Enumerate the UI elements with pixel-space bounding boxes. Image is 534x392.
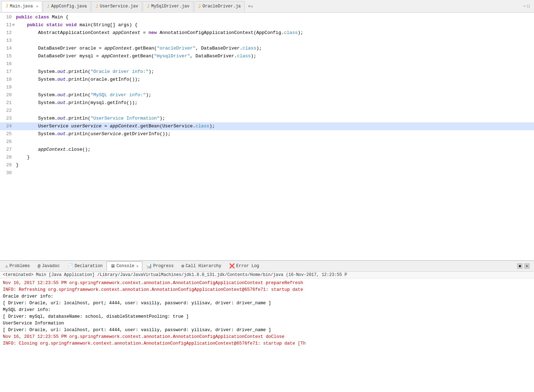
tab-label: Main.java: [10, 4, 33, 9]
console-line-2: INFO: Refreshing org.springframework.con…: [3, 287, 531, 293]
console-line-6: [ Driver: mySql, databaseName: school, d…: [3, 313, 531, 320]
code-line-22: 22: [0, 107, 534, 115]
java-file-icon: J: [147, 4, 149, 9]
tab-call-hierarchy[interactable]: ⚙ Call Hierarchy: [177, 261, 225, 271]
tab-overflow[interactable]: »₆: [245, 2, 256, 10]
code-line-23: 23 System.out.println("UserService Infor…: [0, 115, 534, 122]
progress-label: Progress: [153, 264, 174, 269]
tab-label: OracleDriver.ja: [203, 4, 241, 9]
tab-appconfig-java[interactable]: J AppConfig.java: [43, 1, 91, 12]
progress-icon: 📊: [146, 263, 152, 269]
code-line-14: 14 DataBaseDriver oracle = appContext.ge…: [0, 45, 534, 52]
code-area[interactable]: 10 public class Main { 11⊖ public static…: [0, 13, 534, 260]
console-line-10: INFO: Closing org.springframework.contex…: [3, 340, 531, 347]
javadoc-icon: @: [38, 264, 40, 269]
tab-label: MySqlDriver.jav: [151, 4, 189, 9]
minimize-btn[interactable]: −: [523, 4, 526, 9]
java-file-icon: J: [5, 4, 8, 9]
code-line-27: 27 appContext.close();: [0, 146, 534, 154]
error-log-icon: ❌: [229, 263, 235, 269]
window-controls: − □: [523, 4, 533, 9]
java-file-icon: J: [47, 4, 50, 9]
bottom-panel-controls: ■ ✕: [517, 263, 533, 269]
code-line-28: 28 }: [0, 154, 534, 161]
console-line-3: Oracle driver info:: [3, 293, 531, 300]
console-line-1: Nov 16, 2017 12:23:55 PM org.springframe…: [3, 280, 531, 287]
code-line-26: 26: [0, 138, 534, 146]
tab-mysqldriver-jav[interactable]: J MySqlDriver.jav: [143, 1, 193, 12]
tab-javadoc[interactable]: @ Javadoc: [34, 261, 63, 271]
console-label: Console: [117, 264, 134, 269]
code-line-17: 17 System.out.println("Oracle driver inf…: [0, 68, 534, 76]
console-line-5: MySQL driver info:: [3, 307, 531, 313]
console-line-8: [ Driver: Oracle, url: localhost, port: …: [3, 327, 531, 334]
tab-console[interactable]: 🖥 Console ✕: [107, 261, 142, 271]
code-line-21: 21 System.out.println(mysql.getInfo());: [0, 99, 534, 107]
code-line-16: 16: [0, 60, 534, 68]
code-line-30: 30: [0, 169, 534, 177]
bottom-tab-bar: ⚠ Problems @ Javadoc 📄 Declaration 🖥 Con…: [0, 260, 534, 272]
tab-progress[interactable]: 📊 Progress: [142, 261, 178, 271]
tab-error-log[interactable]: ❌ Error Log: [225, 261, 263, 271]
console-icon: 🖥: [110, 264, 115, 269]
code-line-25: 25 System.out.println(userService.getDri…: [0, 130, 534, 138]
code-line-20: 20 System.out.println("MySQL driver info…: [0, 91, 534, 99]
console-line-4: [ Driver: Oracle, url: localhost, port; …: [3, 300, 531, 307]
console-output: Nov 16, 2017 12:23:55 PM org.springframe…: [0, 278, 534, 392]
code-line-18: 18 System.out.println(oracle.getInfo());: [0, 76, 534, 83]
console-area: <terminated> Main [Java Application] /Li…: [0, 272, 534, 392]
problems-icon: ⚠: [5, 263, 8, 269]
java-file-icon: J: [198, 4, 201, 9]
tab-label: AppConfig.java: [51, 4, 87, 9]
tab-bar: J Main.java ✕ J AppConfig.java J UserSer…: [0, 0, 534, 13]
declaration-icon: 📄: [68, 263, 73, 269]
problems-label: Problems: [10, 264, 30, 269]
code-line-13: 13: [0, 37, 534, 45]
tab-label: UserService.jav: [100, 4, 138, 9]
call-hierarchy-label: Call Hierarchy: [186, 264, 221, 269]
maximize-btn[interactable]: □: [527, 4, 530, 9]
tab-problems[interactable]: ⚠ Problems: [1, 261, 34, 271]
console-header: <terminated> Main [Java Application] /Li…: [0, 272, 534, 278]
code-line-19: 19: [0, 83, 534, 91]
java-file-icon: J: [95, 4, 98, 9]
tab-main-java[interactable]: J Main.java ✕: [1, 1, 42, 12]
javadoc-label: Javadoc: [42, 264, 59, 269]
code-line-12: 12 AbstractApplicationContext appContext…: [0, 29, 534, 37]
code-line-11: 11⊖ public static void main(String[] arg…: [0, 21, 534, 29]
code-line-29: 29 }: [0, 161, 534, 169]
code-editor: 10 public class Main { 11⊖ public static…: [0, 13, 534, 260]
code-line-24: 24 UserService userService = appContext.…: [0, 122, 534, 130]
call-hierarchy-icon: ⚙: [181, 263, 184, 269]
tab-close-btn[interactable]: ✕: [36, 4, 38, 8]
code-line-10: 10 public class Main {: [0, 13, 534, 21]
tab-userservice-jav[interactable]: J UserService.jav: [91, 1, 142, 12]
stop-button[interactable]: ■: [517, 263, 523, 269]
console-line-7: UserService Information: [3, 320, 531, 327]
close-panel-button[interactable]: ✕: [524, 263, 530, 269]
code-line-15: 15 DataBaseDriver mysql = appContext.get…: [0, 52, 534, 60]
tab-declaration[interactable]: 📄 Declaration: [64, 261, 107, 271]
declaration-label: Declaration: [75, 264, 103, 269]
console-tab-close[interactable]: ✕: [136, 264, 138, 268]
error-log-label: Error Log: [236, 264, 259, 269]
console-line-9: Nov 16, 2017 12:23:55 PM org.springframe…: [3, 334, 531, 340]
tab-oracledriver-ja[interactable]: J OracleDriver.ja: [194, 1, 245, 12]
